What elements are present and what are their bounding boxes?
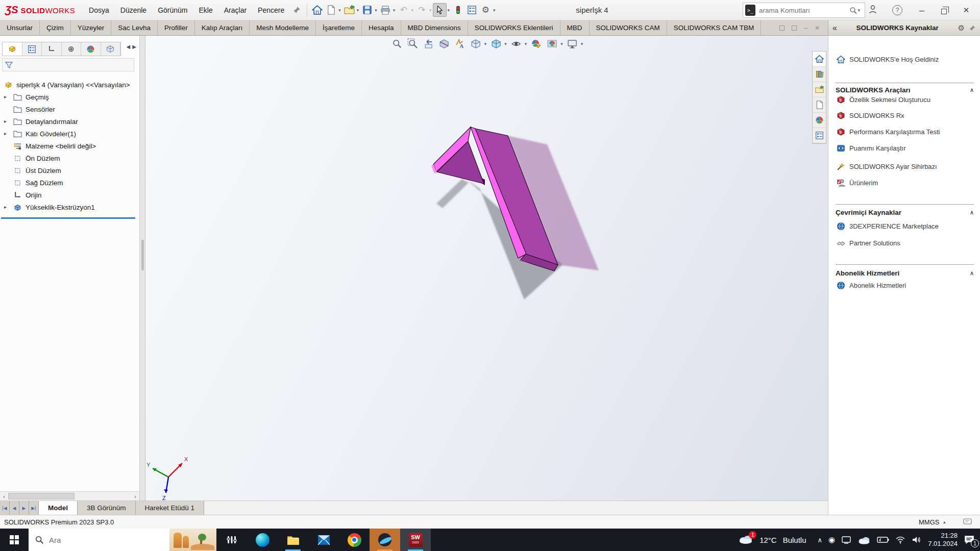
units-selector[interactable]: MMGS	[919, 518, 939, 526]
onedrive-icon[interactable]	[857, 535, 871, 544]
zoom-fit-icon[interactable]	[390, 37, 404, 51]
configurationmanager-tab[interactable]	[42, 42, 62, 56]
volume-icon[interactable]	[912, 536, 922, 544]
open-dropdown-icon[interactable]: ▾	[357, 8, 359, 13]
item-ayar-sihirbazi[interactable]: SOLIDWORKS Ayar Sihirbazı	[837, 161, 975, 172]
tab-sac-levha[interactable]: Sac Levha	[111, 20, 158, 35]
tree-root[interactable]: siperlşk 4 (Varsayılan) <<Varsayılan>	[0, 79, 138, 91]
tree-item-gecmis[interactable]: ▸ Geçmiş	[0, 91, 138, 103]
file-explorer-strip-tab[interactable]	[813, 82, 826, 97]
tab-nav-first[interactable]: |◀	[0, 501, 10, 515]
select-dropdown-icon[interactable]: ▾	[447, 8, 450, 13]
tree-filter[interactable]	[2, 58, 134, 71]
chrome-app-icon[interactable]	[339, 529, 370, 551]
splitter-handle[interactable]	[141, 240, 144, 270]
cast-icon[interactable]	[841, 536, 851, 544]
tab-sw-eklentileri[interactable]: SOLIDWORKS Eklentileri	[468, 20, 560, 35]
tab-cizim[interactable]: Çizim	[40, 20, 71, 35]
expander-icon[interactable]: ▸	[4, 118, 7, 124]
weather-condition[interactable]: Bulutlu	[783, 536, 806, 544]
item-solidworks-rx[interactable]: SOLIDWORKS Rx	[837, 110, 975, 121]
print-button[interactable]	[379, 3, 393, 17]
options-list-button[interactable]	[465, 3, 479, 17]
edit-appearance-icon[interactable]	[529, 37, 543, 51]
taskbar-clock[interactable]: 21:28 7.01.2024	[928, 532, 958, 548]
tab-mbd[interactable]: MBD	[560, 20, 590, 35]
interference-check-icon[interactable]	[451, 3, 465, 17]
tab-sw-cam-tbm[interactable]: SOLIDWORKS CAM TBM	[667, 20, 761, 35]
propertymanager-tab[interactable]	[22, 42, 42, 56]
tab-sw-cam[interactable]: SOLIDWORKS CAM	[590, 20, 667, 35]
tree-item-detaylandirmalar[interactable]: ▸ Detaylandırmalar	[0, 115, 138, 128]
tree-item-ekstruzyon[interactable]: ▸ Yükseklik-Ekstrüzyon1	[0, 201, 138, 213]
search-input[interactable]	[759, 7, 849, 14]
menu-araclar[interactable]: Araçlar	[218, 0, 252, 20]
wifi-icon[interactable]	[895, 536, 905, 544]
account-icon[interactable]	[867, 4, 878, 17]
print-dropdown-icon[interactable]: ▾	[393, 8, 396, 13]
edge-app-icon[interactable]	[247, 529, 278, 551]
minimize-button[interactable]: –	[916, 5, 927, 16]
tab-profiller[interactable]: Profiller	[158, 20, 195, 35]
tab-isaretleme[interactable]: İşaretleme	[316, 20, 362, 35]
expander-icon[interactable]: ▸	[4, 94, 7, 99]
panel-splitter[interactable]	[140, 36, 145, 500]
orange-app-icon[interactable]	[370, 529, 400, 551]
collapse-chevron-icon[interactable]: ∧	[970, 270, 974, 277]
design-library-strip-tab[interactable]	[813, 67, 826, 82]
open-button[interactable]	[342, 3, 356, 17]
view-palette-strip-tab[interactable]	[813, 97, 826, 113]
menu-gorunum[interactable]: Görünüm	[152, 0, 193, 20]
select-tool-button[interactable]	[433, 3, 447, 17]
start-button[interactable]	[0, 529, 29, 551]
hide-show-dropdown-icon[interactable]: ▾	[525, 41, 527, 46]
menu-dosya[interactable]: Dosya	[83, 0, 115, 20]
help-button[interactable]: ?	[892, 5, 902, 15]
view-orientation-icon[interactable]	[469, 37, 483, 51]
dimxpert-tab[interactable]: ⊕	[62, 42, 82, 56]
tree-item-kati-govdeler[interactable]: ▸ Katı Gövdeler(1)	[0, 128, 138, 140]
tree-item-sag-duzlem[interactable]: Sağ Düzlem	[0, 177, 138, 189]
welcome-link[interactable]: SOLIDWORKS'e Hoş Geldiniz	[837, 54, 975, 65]
item-partner-solutions[interactable]: Partner Solutions	[837, 237, 975, 248]
rollback-bar[interactable]	[1, 217, 135, 219]
apply-scene-dropdown-icon[interactable]: ▾	[560, 41, 563, 46]
tree-item-malzeme[interactable]: Malzeme <belirli değil>	[0, 140, 138, 152]
redo-button[interactable]: ↷	[415, 3, 429, 17]
previous-view-icon[interactable]	[422, 37, 435, 51]
weather-icon[interactable]: 1	[738, 534, 753, 546]
task-view-button[interactable]	[216, 529, 247, 551]
tab-mesh-modelleme[interactable]: Mesh Modelleme	[250, 20, 316, 35]
doc-restore2-icon[interactable]	[792, 26, 797, 31]
menu-duzenle[interactable]: Düzenle	[115, 0, 152, 20]
display-style-icon[interactable]	[489, 37, 503, 51]
tree-item-ust-duzlem[interactable]: Üst Düzlem	[0, 164, 138, 177]
item-abonelik-hizmetleri[interactable]: Abonelik Hizmetleri	[837, 280, 975, 291]
scroll-left-icon[interactable]: ‹	[0, 492, 8, 500]
close-button[interactable]: ✕	[961, 6, 972, 15]
meet-now-icon[interactable]: ◉	[828, 535, 835, 544]
doc-restore-icon[interactable]	[779, 26, 785, 31]
taskbar-search[interactable]	[29, 529, 216, 551]
tab-yuzeyler[interactable]: Yüzeyler	[71, 20, 112, 35]
menu-ekle[interactable]: Ekle	[193, 0, 218, 20]
view-settings-dropdown-icon[interactable]: ▾	[581, 41, 583, 46]
battery-icon[interactable]	[877, 536, 889, 543]
appearances-strip-tab[interactable]	[813, 113, 826, 128]
viewport-canvas[interactable]: X Y Z A ▾ ▾ ▾ ▾ ▾	[145, 36, 828, 500]
task-pane-pin-icon[interactable]	[969, 24, 976, 32]
sketch-annotation-icon[interactable]: A	[453, 37, 467, 51]
search-highlight-image[interactable]	[169, 529, 216, 551]
custom-properties-strip-tab[interactable]	[813, 128, 826, 143]
pin-menu-icon[interactable]	[290, 3, 304, 17]
doc-close-icon[interactable]: ✕	[815, 24, 820, 32]
scroll-right-icon[interactable]: ›	[131, 492, 139, 500]
tab-kalip-araclari[interactable]: Kalıp Araçları	[195, 20, 250, 35]
tab-hareket-etudu[interactable]: Hareket Etüdü 1	[136, 501, 205, 515]
save-dropdown-icon[interactable]: ▾	[375, 8, 377, 13]
action-center-button[interactable]: 1	[964, 534, 975, 545]
tab-nav-next[interactable]: ▶	[19, 501, 29, 515]
tree-item-orijin[interactable]: Orijin	[0, 189, 138, 201]
tab-hesapla[interactable]: Hesapla	[362, 20, 401, 35]
task-pane-gear-icon[interactable]: ⚙	[958, 23, 965, 33]
